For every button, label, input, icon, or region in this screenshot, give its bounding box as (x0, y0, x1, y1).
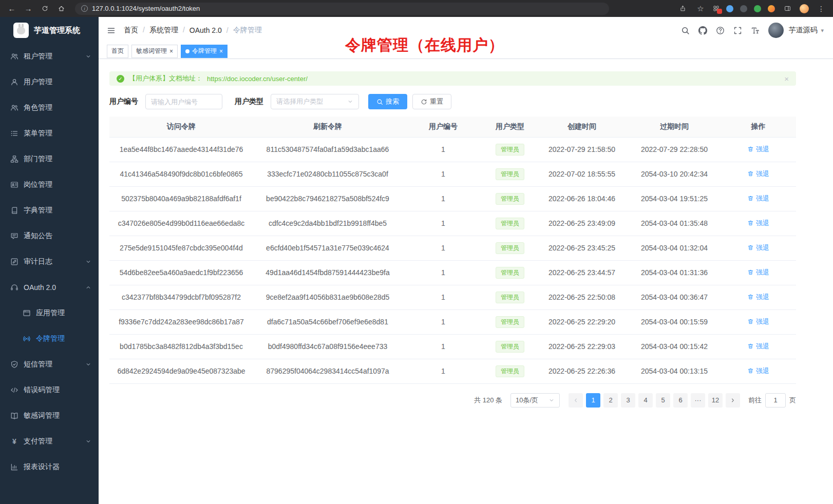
doc-link[interactable]: https://doc.iocoder.cn/user-center/ (207, 75, 308, 83)
refresh-token-cell: 49d1aa46d1454fbd87591444423be9fa (253, 260, 402, 285)
book-icon (10, 206, 18, 215)
tab-home[interactable]: 首页 (107, 45, 128, 58)
sidebar-panel-icon[interactable] (782, 3, 793, 14)
access-token-cell: 1ea5e44f8bc1467aaede43144f31de76 (109, 137, 253, 162)
tab-sensitive-word[interactable]: 敏感词管理 (131, 45, 178, 58)
goto-unit: 页 (789, 396, 796, 405)
url-bar[interactable]: 127.0.0.1:1024/system/oauth2/token (75, 3, 609, 15)
access-token-cell: c347026e805e4d99b0d116eae66eda8c (109, 211, 253, 236)
sidebar-item-sms[interactable]: 短信管理 (0, 352, 99, 377)
created-at-cell: 2022-06-25 23:44:57 (536, 260, 628, 285)
prev-page-button[interactable] (569, 393, 583, 408)
table-row: 1ea5e44f8bc1467aaede43144f31de76 811c530… (109, 137, 796, 162)
header-actions: 芋道源码 (681, 23, 824, 38)
github-icon[interactable] (698, 26, 707, 35)
reload-icon[interactable] (39, 3, 50, 14)
goto-page-input[interactable] (765, 393, 786, 408)
page-button-2[interactable]: 2 (603, 393, 618, 408)
sidebar-item-dict[interactable]: 字典管理 (0, 198, 99, 223)
sidebar-item-pay[interactable]: 支付管理 (0, 429, 99, 454)
breadcrumb-current: 令牌管理 (233, 26, 262, 35)
sidebar-item-oauth2-app[interactable]: 应用管理 (0, 300, 99, 326)
force-logout-button[interactable]: 强退 (747, 219, 769, 228)
extension-icon[interactable] (713, 5, 720, 12)
id-card-icon (10, 181, 18, 189)
sidebar-item-tenant[interactable]: 租户管理 (0, 44, 99, 69)
page-button-4[interactable]: 4 (638, 393, 653, 408)
sidebar-item-sensitive-word[interactable]: 敏感词管理 (0, 403, 99, 429)
collapse-sidebar-icon[interactable] (107, 26, 116, 35)
force-logout-button[interactable]: 强退 (747, 268, 769, 277)
force-logout-button[interactable]: 强退 (747, 145, 769, 154)
close-icon[interactable] (169, 48, 173, 55)
username[interactable]: 芋道源码 (788, 26, 817, 35)
sidebar-item-user[interactable]: 用户管理 (0, 69, 99, 95)
kebab-menu-icon[interactable] (816, 3, 827, 14)
extension-green-icon[interactable] (754, 5, 761, 12)
page-ellipsis-button[interactable]: ··· (691, 393, 705, 408)
search-button[interactable]: 搜索 (368, 94, 407, 109)
close-icon[interactable] (219, 48, 223, 55)
force-logout-button[interactable]: 强退 (747, 169, 769, 179)
sidebar-item-label: 应用管理 (36, 308, 65, 318)
access-token-cell: f9336e7c7dd242a283ee98dc86b17a87 (109, 309, 253, 334)
sidebar-item-report-designer[interactable]: 报表设计器 (0, 454, 99, 480)
sidebar-item-oauth2[interactable]: OAuth 2.0 (0, 275, 99, 300)
next-page-button[interactable] (726, 393, 740, 408)
sidebar-item-error-code[interactable]: 错误码管理 (0, 377, 99, 403)
page-size-select[interactable]: 10条/页 (510, 393, 560, 408)
sidebar-item-post[interactable]: 岗位管理 (0, 172, 99, 198)
force-logout-button[interactable]: 强退 (747, 194, 769, 203)
goto-label: 前往 (748, 396, 762, 405)
close-icon[interactable] (784, 74, 789, 83)
extension-dark-icon[interactable] (740, 5, 747, 12)
user-type-select[interactable]: 请选择用户类型 (271, 94, 359, 109)
page-button-12[interactable]: 12 (708, 393, 723, 408)
active-tab-dot (185, 49, 190, 53)
page-button-5[interactable]: 5 (656, 393, 670, 408)
help-icon[interactable] (716, 26, 725, 35)
forward-icon[interactable] (23, 3, 34, 14)
breadcrumb-home[interactable]: 首页 (124, 26, 149, 35)
puzzle-icon[interactable] (768, 5, 775, 12)
tab-token[interactable]: 令牌管理 (181, 45, 228, 58)
browser-profile-avatar[interactable] (800, 4, 809, 13)
sidebar-item-label: 租户管理 (24, 52, 52, 61)
page-button-3[interactable]: 3 (621, 393, 635, 408)
sidebar-item-menu[interactable]: 菜单管理 (0, 121, 99, 146)
sidebar-item-audit-log[interactable]: 审计日志 (0, 249, 99, 275)
sidebar-item-role[interactable]: 角色管理 (0, 95, 99, 121)
force-logout-button[interactable]: 强退 (747, 342, 769, 351)
sidebar-item-oauth2-token[interactable]: 令牌管理 (0, 326, 99, 352)
breadcrumb-oauth2[interactable]: OAuth 2.0 (190, 26, 233, 34)
doc-alert: 【用户体系】文档地址： https://doc.iocoder.cn/user-… (109, 71, 796, 86)
force-logout-button[interactable]: 强退 (747, 366, 769, 376)
page-button-6[interactable]: 6 (673, 393, 688, 408)
breadcrumb-system[interactable]: 系统管理 (149, 26, 190, 35)
created-at-cell: 2022-06-25 22:29:03 (536, 334, 628, 359)
extension-blue-icon[interactable] (726, 5, 733, 12)
search-icon[interactable] (681, 26, 690, 35)
logo-row[interactable]: 芋道管理系统 (0, 17, 99, 44)
home-icon[interactable] (55, 3, 67, 14)
reset-button[interactable]: 重置 (412, 94, 451, 109)
caret-down-icon[interactable] (821, 27, 824, 34)
force-logout-button[interactable]: 强退 (747, 243, 769, 253)
user-avatar[interactable] (768, 23, 784, 38)
sidebar-item-dept[interactable]: 部门管理 (0, 146, 99, 172)
user-type-badge: 管理员 (496, 218, 524, 229)
expired-at-cell: 2022-07-29 22:28:50 (628, 137, 721, 162)
chevron-down-icon (85, 361, 91, 367)
info-icon[interactable] (81, 5, 88, 12)
bookmark-star-icon[interactable] (695, 3, 706, 14)
page-button-1[interactable]: 1 (586, 393, 600, 408)
user-id-input[interactable] (145, 94, 222, 109)
fullscreen-icon[interactable] (733, 26, 742, 35)
force-logout-button[interactable]: 强退 (747, 293, 769, 302)
shield-icon (10, 360, 18, 369)
share-icon[interactable] (677, 3, 688, 14)
font-size-icon[interactable] (751, 26, 760, 35)
force-logout-button[interactable]: 强退 (747, 317, 769, 326)
back-icon[interactable] (6, 3, 17, 14)
sidebar-item-notice[interactable]: 通知公告 (0, 223, 99, 249)
